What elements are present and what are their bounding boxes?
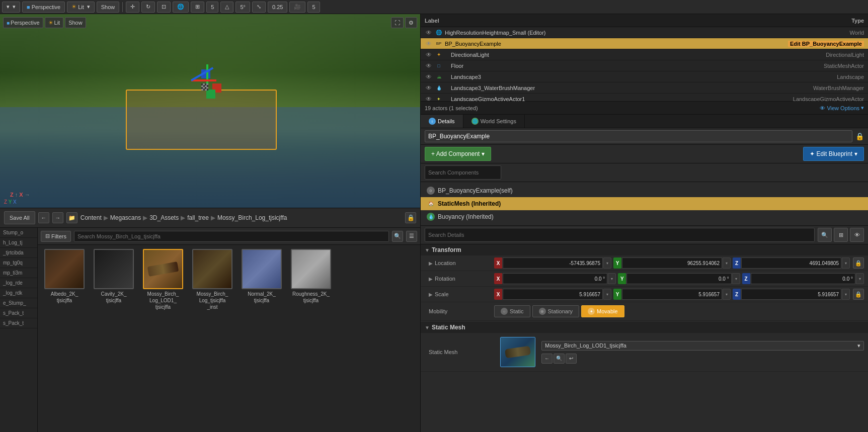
angle-btn[interactable]: △ — [220, 2, 233, 13]
location-z-input[interactable] — [741, 257, 841, 269]
rotation-z-expand[interactable]: ▾ — [856, 273, 864, 284]
transform-section-header[interactable]: ▼ Transform — [421, 244, 868, 255]
sidebar-item[interactable]: Stump_o — [0, 228, 37, 238]
vp-lit-btn[interactable]: ☀ Lit — [45, 17, 64, 28]
location-x-expand[interactable]: ▾ — [603, 257, 611, 269]
scale-z-expand[interactable]: ▾ — [842, 289, 850, 300]
camera-num-btn[interactable]: 5 — [307, 2, 320, 13]
mesh-back-btn[interactable]: ← — [541, 354, 553, 364]
rotation-x-input[interactable] — [503, 273, 607, 284]
breadcrumb-meshname[interactable]: Mossy_Birch_Log_tjsicjffa — [217, 214, 287, 221]
lit-btn[interactable]: ☀ Lit — [67, 2, 95, 13]
back-btn[interactable]: ← — [38, 212, 49, 223]
sidebar-item[interactable]: _log_rdk — [0, 288, 37, 298]
component-row-staticmesh[interactable]: 🏠 StaticMesh (Inherited) — [421, 197, 868, 210]
add-component-button[interactable]: + Add Component ▾ — [425, 147, 491, 161]
outliner-row-bp[interactable]: 👁 BP BP_BuoyancyExample Edit BP_Buoyancy… — [421, 38, 868, 49]
search-input[interactable] — [74, 231, 389, 242]
show-btn[interactable]: Show — [97, 2, 120, 13]
rotation-y-expand[interactable]: ▾ — [732, 273, 740, 284]
outliner-row-floor[interactable]: 👁 □ Floor StaticMeshActor — [421, 60, 868, 71]
scale-icon-btn[interactable]: ⤡ — [252, 2, 266, 13]
vp-perspective-btn[interactable]: ■ Perspective — [3, 17, 43, 28]
search-submit-btn[interactable]: 🔍 — [392, 231, 403, 242]
sidebar-item[interactable]: h_Log_tj — [0, 238, 37, 248]
static-mesh-section-header[interactable]: ▼ Static Mesh — [421, 322, 868, 333]
vp-show-btn[interactable]: Show — [65, 17, 86, 28]
angle-num-btn[interactable]: 5° — [235, 2, 250, 13]
sidebar-item[interactable]: s_Pack_t — [0, 308, 37, 318]
forward-btn[interactable]: → — [52, 212, 63, 223]
filters-button[interactable]: ⊟ Filters — [41, 231, 71, 242]
viewport-settings-btn[interactable]: ⚙ — [405, 17, 417, 28]
tab-world-settings[interactable]: 🌐 World Settings — [463, 115, 525, 128]
mesh-search-btn[interactable]: 🔍 — [554, 354, 565, 364]
location-arrow[interactable]: ▶ — [429, 261, 433, 266]
view-options-button[interactable]: 👁 View Options ▾ — [820, 105, 864, 111]
sidebar-item[interactable]: mp_ti3m — [0, 268, 37, 278]
save-all-button[interactable]: Save All — [4, 211, 35, 224]
mobility-static-btn[interactable]: ○ Static — [494, 305, 530, 317]
rotation-z-input[interactable] — [751, 273, 855, 284]
name-lock-icon[interactable]: 🔒 — [855, 132, 864, 140]
outliner-row-heightmap[interactable]: 👁 🌐 HighResolutionHeightmap_Small (Edito… — [421, 27, 868, 38]
location-x-input[interactable] — [503, 257, 603, 269]
rotation-y-input[interactable] — [626, 273, 731, 284]
rotate-btn[interactable]: ↻ — [141, 2, 155, 13]
sidebar-item[interactable]: e_Stump_ — [0, 298, 37, 308]
breadcrumb-megascans[interactable]: Megascans — [110, 214, 141, 221]
asset-item-roughness[interactable]: Roughness_2K_tjsicjffa — [288, 249, 334, 310]
edit-blueprint-button[interactable]: ✦ Edit Blueprint ▾ — [803, 147, 864, 161]
scale-btn[interactable]: ⊡ — [157, 2, 171, 13]
breadcrumb-content[interactable]: Content — [81, 214, 102, 221]
outliner-row-gizmo[interactable]: 👁 ✦ LandscapeGizmoActiveActor1 Landscape… — [421, 94, 868, 101]
perspective-btn[interactable]: ■ Perspective — [22, 2, 65, 13]
sidebar-item[interactable]: _tjrtcibda — [0, 248, 37, 258]
mesh-reset-btn[interactable]: ↩ — [566, 354, 577, 364]
snap-num-btn[interactable]: 5 — [206, 2, 218, 13]
dropdown-btn[interactable]: ▾ — [2, 2, 20, 13]
component-row-self[interactable]: ○ BP_BuoyancyExample(self) — [421, 184, 868, 197]
scale-val-btn[interactable]: 0.25 — [268, 2, 287, 13]
details-search-icon-btn[interactable]: 🔍 — [818, 228, 832, 242]
component-row-buoyancy[interactable]: 💧 Buoyancy (Inherited) — [421, 210, 868, 223]
world-btn[interactable]: 🌐 — [173, 2, 189, 13]
rotation-arrow[interactable]: ▶ — [429, 276, 433, 282]
scale-arrow[interactable]: ▶ — [429, 292, 433, 297]
sidebar-item[interactable]: mp_tg0q — [0, 258, 37, 268]
scale-lock[interactable]: 🔒 — [853, 289, 864, 300]
location-y-input[interactable] — [622, 257, 722, 269]
lock-button[interactable]: 🔒 — [405, 212, 416, 223]
asset-item-log-inst[interactable]: Mossy_Birch_Log_tjsicjffa_inst — [190, 249, 235, 310]
outliner-row-landscape[interactable]: 👁 ⛰ Landscape3 Landscape — [421, 71, 868, 82]
outliner-row-water[interactable]: 👁 💧 Landscape3_WaterBrushManager WaterBr… — [421, 82, 868, 94]
breadcrumb-3dassets[interactable]: 3D_Assets — [149, 214, 179, 221]
folder-btn[interactable]: 📁 — [66, 212, 77, 223]
details-grid-view-btn[interactable]: ⊞ — [834, 228, 848, 242]
translate-btn[interactable]: ✛ — [126, 2, 139, 13]
grid-btn[interactable]: ⊞ — [191, 2, 204, 13]
scale-y-expand[interactable]: ▾ — [723, 289, 731, 300]
search-details-input[interactable] — [425, 228, 815, 242]
scale-y-input[interactable] — [622, 289, 722, 300]
breadcrumb-falltree[interactable]: fall_tree — [187, 214, 209, 221]
viewport[interactable]: ■ Perspective ☀ Lit Show ⛶ ⚙ Z ↑ X — [0, 14, 420, 208]
search-components-input[interactable] — [425, 165, 501, 180]
mobility-stationary-btn[interactable]: ⊕ Stationary — [532, 305, 580, 317]
location-lock[interactable]: 🔒 — [853, 257, 864, 269]
mesh-dropdown[interactable]: Mossy_Birch_Log_LOD1_tjsicjffa ▾ — [541, 341, 864, 351]
sidebar-item[interactable]: _log_rde — [0, 278, 37, 288]
view-toggle-btn[interactable]: ☰ — [406, 231, 417, 242]
sidebar-item[interactable]: s_Pack_t — [0, 318, 37, 328]
asset-item-normal[interactable]: Normal_2K_tjsicjffa — [239, 249, 284, 310]
outliner-row-dirlight[interactable]: 👁 ✦ DirectionalLight DirectionalLight — [421, 49, 868, 60]
viewport-maximize-btn[interactable]: ⛶ — [391, 17, 404, 28]
scale-x-expand[interactable]: ▾ — [603, 289, 611, 300]
actor-name-input[interactable] — [425, 130, 852, 142]
asset-item-cavity[interactable]: Cavity_2K_tjsicjffa — [91, 249, 136, 310]
mobility-movable-btn[interactable]: ✦ Movable — [581, 305, 624, 317]
asset-item-log[interactable]: Mossy_Birch_Log_LOD1_tjsicjffa — [140, 249, 186, 310]
camera-icon-btn[interactable]: 🎥 — [289, 2, 305, 13]
details-eye-btn[interactable]: 👁 — [850, 228, 864, 242]
location-y-expand[interactable]: ▾ — [723, 257, 731, 269]
